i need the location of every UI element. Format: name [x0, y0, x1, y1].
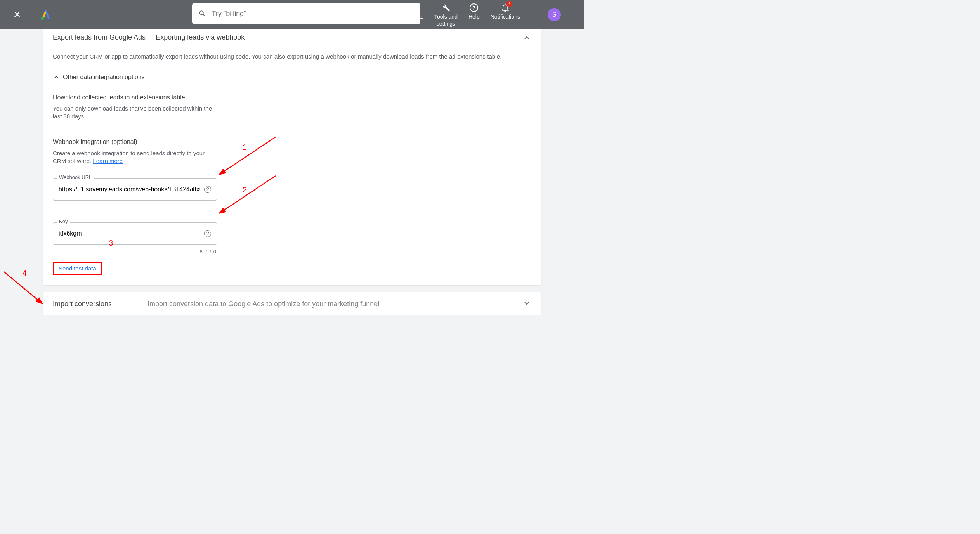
wrench-icon [441, 3, 451, 12]
svg-line-8 [4, 272, 39, 301]
nav-notifications[interactable]: ! Notifications [491, 2, 520, 20]
panel-description: Connect your CRM or app to automatically… [53, 53, 531, 60]
help-icon: ? [469, 3, 479, 12]
svg-point-0 [41, 16, 44, 20]
nav-notifications-label: Notifications [491, 13, 520, 20]
alert-badge: ! [506, 1, 512, 7]
chevron-down-icon [522, 298, 531, 308]
export-leads-panel: Export leads from Google Ads Exporting l… [43, 29, 541, 285]
webhook-url-label: Webhook URL [57, 174, 94, 180]
learn-more-link[interactable]: Learn more [93, 158, 123, 164]
search-input[interactable] [212, 10, 414, 18]
webhook-url-input[interactable] [59, 186, 200, 193]
svg-rect-1 [412, 7, 413, 9]
svg-rect-3 [415, 8, 415, 9]
reports-icon [409, 3, 418, 12]
search-wrap [192, 3, 420, 24]
google-ads-logo [38, 7, 52, 21]
svg-text:?: ? [472, 5, 476, 11]
webhook-desc-text: Create a webhook integration to send lea… [53, 150, 205, 164]
other-options-label: Other data integration options [63, 74, 145, 81]
top-nav: Reports Tools and settings ? Help ! Noti… [404, 2, 561, 27]
webhook-key-label: Key [57, 218, 70, 224]
key-char-count: 8 / 50 [53, 249, 217, 255]
search-icon [198, 9, 206, 18]
chevron-up-icon [522, 33, 531, 43]
nav-reports[interactable]: Reports [404, 2, 423, 20]
annotation-4: 4 [23, 269, 27, 277]
close-button[interactable] [8, 5, 26, 24]
webhook-key-input[interactable] [59, 230, 200, 237]
expand-import-button [522, 298, 531, 309]
send-test-data-button[interactable]: Send test data [53, 262, 102, 275]
svg-rect-2 [413, 6, 414, 9]
download-desc: You can only download leads that've been… [53, 105, 216, 121]
nav-tools[interactable]: Tools and settings [434, 2, 458, 27]
download-title: Download collected leads in ad extension… [53, 94, 531, 101]
content-wrap: Export leads from Google Ads Exporting l… [43, 29, 541, 315]
collapse-panel-button[interactable] [522, 33, 531, 44]
top-bar: Reports Tools and settings ? Help ! Noti… [0, 0, 584, 29]
webhook-desc: Create a webhook integration to send lea… [53, 149, 216, 165]
import-title: Import conversions [53, 300, 112, 308]
panel-subtitle: Exporting leads via webhook [156, 33, 245, 42]
webhook-title: Webhook integration (optional) [53, 139, 531, 146]
import-desc: Import conversion data to Google Ads to … [147, 300, 379, 308]
webhook-url-field: Webhook URL ? [53, 178, 217, 201]
nav-help-label: Help [468, 13, 480, 20]
panel-title: Export leads from Google Ads [53, 33, 146, 42]
close-icon [12, 10, 22, 19]
annotation-arrow-4 [2, 270, 45, 309]
help-icon[interactable]: ? [204, 186, 211, 193]
import-conversions-panel[interactable]: Import conversions Import conversion dat… [43, 292, 541, 315]
help-icon[interactable]: ? [204, 230, 211, 237]
avatar[interactable]: S [548, 8, 561, 21]
nav-help[interactable]: ? Help [468, 2, 480, 20]
chevron-up-icon [53, 74, 60, 81]
nav-reports-label: Reports [404, 13, 423, 20]
nav-tools-label: Tools and settings [434, 13, 458, 27]
webhook-key-field: Key ? [53, 222, 217, 245]
other-options-toggle[interactable]: Other data integration options [53, 74, 531, 81]
nav-divider [535, 7, 535, 23]
search-box[interactable] [192, 3, 420, 24]
